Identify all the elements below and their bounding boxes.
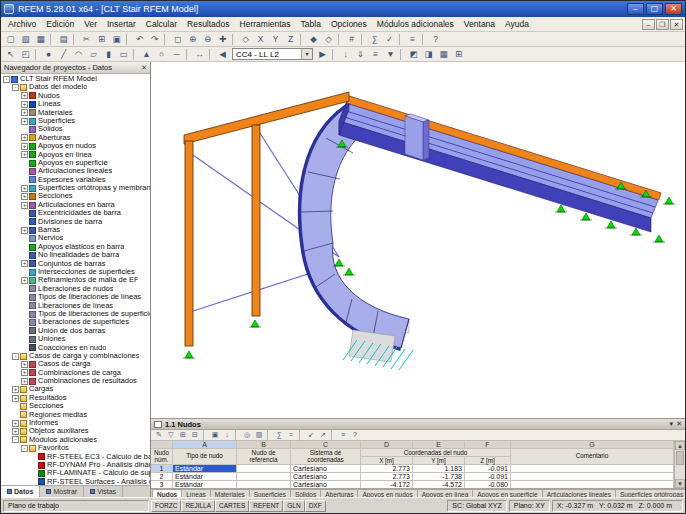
modules-list-button[interactable]: ≡ bbox=[405, 33, 420, 46]
wireframe-mode-button[interactable]: ◇ bbox=[321, 33, 336, 46]
cell-node-type[interactable]: Estándar bbox=[173, 473, 237, 481]
expand-icon[interactable]: + bbox=[21, 277, 28, 284]
cell-y[interactable]: -1.738 bbox=[413, 473, 465, 481]
check-model-button[interactable]: ✓ bbox=[382, 33, 397, 46]
tree-item-superficies-ortotropas-y-membranas[interactable]: +Superficies ortótropas y membranas bbox=[1, 184, 150, 192]
table-tab-apoyos-en-linea[interactable]: Apoyos en línea bbox=[417, 489, 474, 497]
show-numbering-button[interactable]: # bbox=[344, 33, 359, 46]
delete-row-button[interactable]: ⊟ bbox=[189, 430, 201, 440]
tree-item-rf-steel-ec3-calculo-de-barras-de-a[interactable]: RF-STEEL EC3 - Cálculo de barras de a... bbox=[1, 453, 150, 461]
column-letter-a[interactable]: A bbox=[173, 441, 237, 449]
cell-coordinate-system[interactable]: Cartesiano bbox=[291, 465, 361, 473]
isometric-view-button[interactable]: ◇ bbox=[238, 33, 253, 46]
tree-item-apoyos-en-nudos[interactable]: +Apoyos en nudos bbox=[1, 142, 150, 150]
menu-edicion[interactable]: Edición bbox=[41, 19, 79, 29]
expand-icon[interactable]: + bbox=[21, 227, 28, 234]
table-tab-articulaciones-lineales[interactable]: Articulaciones lineales bbox=[542, 489, 616, 497]
menu-ventana[interactable]: Ventana bbox=[459, 19, 500, 29]
row-number[interactable]: 2 bbox=[151, 473, 173, 481]
show-tables-button[interactable]: ▦ bbox=[436, 48, 451, 61]
navigator-close-icon[interactable]: ✕ bbox=[141, 64, 147, 72]
tree-item-intersecciones-de-superficies[interactable]: Intersecciones de superficies bbox=[1, 268, 150, 276]
show-results-button[interactable]: ◩ bbox=[406, 48, 421, 61]
expand-icon[interactable]: + bbox=[21, 143, 28, 150]
nodal-load-button[interactable]: ⇓ bbox=[353, 48, 368, 61]
table-calculator-button[interactable]: = bbox=[285, 430, 297, 440]
header-y[interactable]: Y [m] bbox=[413, 457, 465, 464]
zoom-out-button[interactable]: ⊖ bbox=[200, 33, 215, 46]
open-file-button[interactable]: ▧ bbox=[18, 33, 33, 46]
tree-item-resultados[interactable]: +Resultados bbox=[1, 394, 150, 402]
header-node-type[interactable]: Tipo de nudo bbox=[173, 449, 237, 465]
cell-node-type[interactable]: Estándar bbox=[173, 481, 237, 488]
expand-icon[interactable]: + bbox=[21, 92, 28, 99]
cell-y[interactable]: -4.572 bbox=[413, 481, 465, 488]
help-button[interactable]: ? bbox=[428, 33, 443, 46]
insert-opening-button[interactable]: ▭ bbox=[116, 48, 131, 61]
tree-item-tipos-de-liberaciones-de-lineas[interactable]: Tipos de liberaciones de líneas bbox=[1, 293, 150, 301]
tree-item-conjuntos-de-barras[interactable]: +Conjuntos de barras bbox=[1, 260, 150, 268]
table-tab-apoyos-en-nudos[interactable]: Apoyos en nudos bbox=[357, 489, 417, 497]
tree-item-excentricidades-de-barra[interactable]: Excentricidades de barra bbox=[1, 209, 150, 217]
child-close-button[interactable]: ✕ bbox=[670, 19, 683, 30]
navigator-tab-mostrar[interactable]: Mostrar bbox=[40, 486, 84, 497]
insert-surface-button[interactable]: ▱ bbox=[86, 48, 101, 61]
cell-comment[interactable] bbox=[511, 473, 674, 481]
edit-mode-button[interactable]: ✎ bbox=[153, 430, 165, 440]
column-letter-g[interactable]: G bbox=[511, 441, 674, 449]
tree-item-no-linealidades-de-barra[interactable]: No linealidades de barra bbox=[1, 251, 150, 259]
tree-item-apoyos-en-superficie[interactable]: Apoyos en superficie bbox=[1, 159, 150, 167]
expand-icon[interactable]: + bbox=[21, 369, 28, 376]
header-x[interactable]: X [m] bbox=[361, 457, 413, 464]
tree-item-liberaciones-de-nudos[interactable]: Liberaciones de nudos bbox=[1, 285, 150, 293]
grid-toggle-button[interactable]: ⊞ bbox=[451, 48, 466, 61]
insert-solid-button[interactable]: ▮ bbox=[101, 48, 116, 61]
copy-button[interactable]: ⊞ bbox=[94, 33, 109, 46]
expand-icon[interactable]: + bbox=[12, 428, 19, 435]
status-toggle-dxf[interactable]: DXF bbox=[305, 500, 326, 512]
calculate-all-button[interactable]: ∑ bbox=[367, 33, 382, 46]
tree-item-liberaciones-de-lineas[interactable]: Liberaciones de líneas bbox=[1, 302, 150, 310]
menu-insertar[interactable]: Insertar bbox=[102, 19, 141, 29]
tree-item-combinaciones-de-resultados[interactable]: +Combinaciones de resultados bbox=[1, 377, 150, 385]
export-table-button[interactable]: ↗ bbox=[317, 430, 329, 440]
tree-item-modulos-adicionales[interactable]: -Módulos adicionales bbox=[1, 436, 150, 444]
tree-item-nudos[interactable]: +Nudos bbox=[1, 92, 150, 100]
scroll-up-icon[interactable]: ▲ bbox=[675, 441, 685, 450]
print-button[interactable]: ▤ bbox=[56, 33, 71, 46]
table-tab-superficies-ortotropas-y-membranas[interactable]: Superficies ortótropas y membranas bbox=[615, 489, 685, 497]
menu-ver[interactable]: Ver bbox=[79, 19, 102, 29]
expand-icon[interactable]: + bbox=[21, 202, 28, 209]
render-mode-button[interactable]: ◆ bbox=[306, 33, 321, 46]
tree-item-informes[interactable]: +Informes bbox=[1, 419, 150, 427]
tree-item-liberaciones-de-superficies[interactable]: Liberaciones de superficies bbox=[1, 318, 150, 326]
chevron-down-icon[interactable]: ▾ bbox=[301, 49, 312, 59]
view-in-z-button[interactable]: Z bbox=[283, 33, 298, 46]
tree-item-uniones[interactable]: Uniones bbox=[1, 335, 150, 343]
select-rows-button[interactable]: ▥ bbox=[253, 430, 265, 440]
navigator-tab-datos[interactable]: Datos bbox=[1, 486, 40, 497]
expand-icon[interactable]: + bbox=[21, 151, 28, 158]
header-coordinate-system[interactable]: Sistema de coordenadas bbox=[291, 449, 361, 465]
row-number[interactable]: 3 bbox=[151, 481, 173, 488]
navigator-tab-vistas[interactable]: Vistas bbox=[84, 486, 123, 497]
child-minimize-button[interactable]: – bbox=[642, 19, 655, 30]
table-tab-aberturas[interactable]: Aberturas bbox=[320, 489, 358, 497]
tree-item-tipos-de-liberaciones-de-superficies[interactable]: Tipos de liberaciones de superficies bbox=[1, 310, 150, 318]
tree-item-regiones-medias[interactable]: Regiones medias bbox=[1, 411, 150, 419]
cell-coordinate-system[interactable]: Cartesiano bbox=[291, 473, 361, 481]
cell-z[interactable]: -0.091 bbox=[465, 465, 511, 473]
table-tab-solidos[interactable]: Sólidos bbox=[290, 489, 321, 497]
new-load-button[interactable]: ↓ bbox=[338, 48, 353, 61]
expand-icon[interactable]: + bbox=[21, 101, 28, 108]
redo-button[interactable]: ↷ bbox=[147, 33, 162, 46]
show-panel-button[interactable]: ◨ bbox=[421, 48, 436, 61]
menu-archivo[interactable]: Archivo bbox=[3, 19, 41, 29]
tree-item-solidos[interactable]: Sólidos bbox=[1, 125, 150, 133]
header-comment[interactable]: Comentario bbox=[511, 449, 674, 465]
tree-item-nervios[interactable]: Nervios bbox=[1, 234, 150, 242]
cell-reference-node[interactable] bbox=[237, 465, 291, 473]
tree-item-datos-del-modelo[interactable]: -Datos del modelo bbox=[1, 83, 150, 91]
insert-support-button[interactable]: ▲ bbox=[139, 48, 154, 61]
insert-member-button[interactable]: ─ bbox=[169, 48, 184, 61]
